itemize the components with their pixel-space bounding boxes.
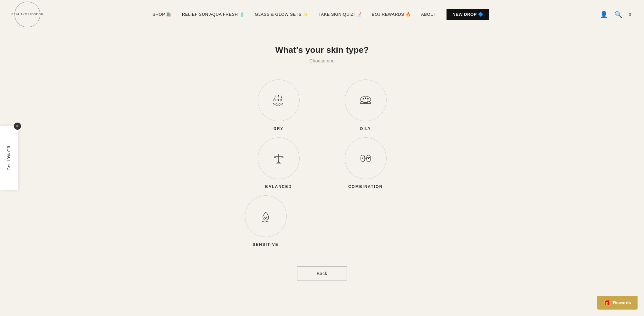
sidebar-panel[interactable]: Get 10% Off xyxy=(0,126,18,190)
nav-relief-sun[interactable]: RELIEF SUN AQUA FRESH 🧴 xyxy=(182,12,245,17)
rewards-button[interactable]: 🎁 Rewards xyxy=(597,296,638,310)
combination-circle xyxy=(345,137,387,179)
sidebar-close-button[interactable]: ✕ xyxy=(14,123,21,130)
logo-circle: BEAUTY OF JOSEON xyxy=(14,2,40,27)
site-header: BEAUTY OF JOSEON SHOP 🛍️ RELIEF SUN AQUA… xyxy=(0,0,644,29)
balanced-circle xyxy=(258,137,300,179)
header-icons: 👤 🔍 0 xyxy=(600,11,631,18)
svg-point-8 xyxy=(365,98,366,99)
combination-label: COMBINATION xyxy=(348,184,383,189)
cart-count[interactable]: 0 xyxy=(629,12,631,17)
new-drop-button[interactable]: NEW DROP 🔷 xyxy=(447,9,489,20)
oily-circle xyxy=(345,79,387,121)
promo-text: Get 10% Off xyxy=(6,146,11,171)
quiz-title: What's your skin type? xyxy=(275,45,369,55)
balanced-label: BALANCED xyxy=(265,184,292,189)
main-nav: SHOP 🛍️ RELIEF SUN AQUA FRESH 🧴 GLASS & … xyxy=(153,9,489,20)
nav-shop[interactable]: SHOP 🛍️ xyxy=(153,12,172,17)
account-icon[interactable]: 👤 xyxy=(600,11,608,18)
sensitive-circle xyxy=(245,195,287,237)
skin-option-combination[interactable]: COMBINATION xyxy=(329,137,403,189)
search-icon[interactable]: 🔍 xyxy=(614,11,622,18)
skin-option-sensitive[interactable]: SENSITIVE xyxy=(245,195,287,247)
svg-point-19 xyxy=(369,157,370,158)
svg-rect-15 xyxy=(361,155,365,162)
svg-point-7 xyxy=(363,98,364,99)
svg-point-20 xyxy=(368,158,369,159)
back-btn-container: Back xyxy=(297,266,347,281)
nav-glass-glow[interactable]: GLASS & GLOW SETS ✨ xyxy=(255,12,308,17)
quiz-main: What's your skin type? Choose one D xyxy=(0,29,644,307)
nav-boj-rewards[interactable]: BOJ REWARDS 🔥 xyxy=(372,12,411,17)
skin-options-grid: DRY OILY xyxy=(242,79,403,189)
skin-option-dry[interactable]: DRY xyxy=(242,79,316,131)
svg-point-9 xyxy=(367,98,368,99)
dry-circle xyxy=(258,79,300,121)
sensitive-label: SENSITIVE xyxy=(253,242,279,247)
logo-line1: BEAUTY xyxy=(11,13,25,16)
svg-point-18 xyxy=(368,157,368,158)
rewards-icon: 🎁 xyxy=(604,300,610,306)
svg-point-21 xyxy=(264,217,265,218)
promo-sidebar: ✕ Get 10% Off xyxy=(0,126,18,190)
nav-about[interactable]: ABOUT xyxy=(421,12,436,17)
combination-icon xyxy=(358,150,374,166)
sensitive-row: SENSITIVE xyxy=(242,195,403,247)
quiz-subtitle: Choose one xyxy=(309,58,335,63)
oily-label: OILY xyxy=(360,126,371,131)
back-button[interactable]: Back xyxy=(297,266,347,281)
logo-line3: JOSEON xyxy=(30,13,43,16)
rewards-label: Rewards xyxy=(613,300,631,305)
svg-point-22 xyxy=(266,217,267,218)
svg-point-23 xyxy=(265,218,266,219)
balanced-icon xyxy=(271,150,287,166)
skin-option-oily[interactable]: OILY xyxy=(329,79,403,131)
dry-label: DRY xyxy=(274,126,284,131)
dry-icon xyxy=(271,92,287,108)
logo[interactable]: BEAUTY OF JOSEON xyxy=(13,2,42,27)
skin-option-balanced[interactable]: BALANCED xyxy=(242,137,316,189)
svg-line-2 xyxy=(278,95,279,99)
oily-icon xyxy=(358,92,374,108)
logo-line2: OF xyxy=(25,13,30,16)
sensitive-icon xyxy=(258,208,274,224)
nav-skin-quiz[interactable]: TAKE SKIN QUIZ! 📝 xyxy=(319,12,361,17)
